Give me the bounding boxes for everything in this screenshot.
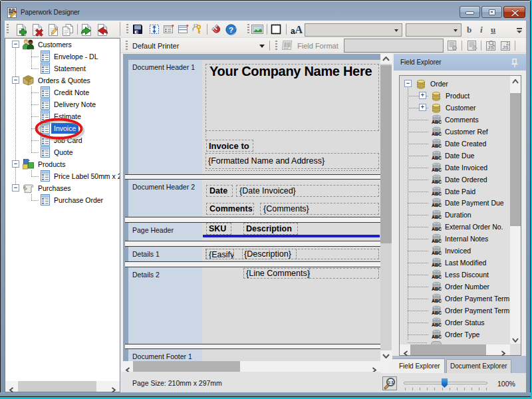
svg-text:ABC: ABC xyxy=(432,275,442,279)
svg-text:?: ? xyxy=(229,26,233,34)
svg-text:ABC: ABC xyxy=(432,215,442,219)
svg-text:ABC: ABC xyxy=(432,144,442,148)
svg-text:ABC: ABC xyxy=(432,251,442,255)
svg-text:ABC: ABC xyxy=(432,168,442,172)
svg-text:ABC: ABC xyxy=(432,239,442,243)
svg-text:ABC: ABC xyxy=(432,334,442,339)
svg-text:A: A xyxy=(295,24,303,35)
svg-text:ABC: ABC xyxy=(432,323,442,327)
svg-text:ABC: ABC xyxy=(432,132,442,136)
svg-text:ABC: ABC xyxy=(432,203,442,207)
svg-text:ABC: ABC xyxy=(432,287,442,291)
svg-text:ABC: ABC xyxy=(432,227,442,231)
svg-text:ABC: ABC xyxy=(432,192,442,196)
svg-text:ABC: ABC xyxy=(432,311,442,315)
svg-text:Σ: Σ xyxy=(506,41,509,47)
svg-text:1:1: 1:1 xyxy=(388,380,394,384)
svg-text:ABC: ABC xyxy=(432,180,442,184)
svg-text:ABC: ABC xyxy=(432,299,442,303)
svg-text:ABC: ABC xyxy=(432,120,442,124)
svg-text:ABC: ABC xyxy=(432,263,442,267)
svg-text:ABC: ABC xyxy=(432,156,442,160)
